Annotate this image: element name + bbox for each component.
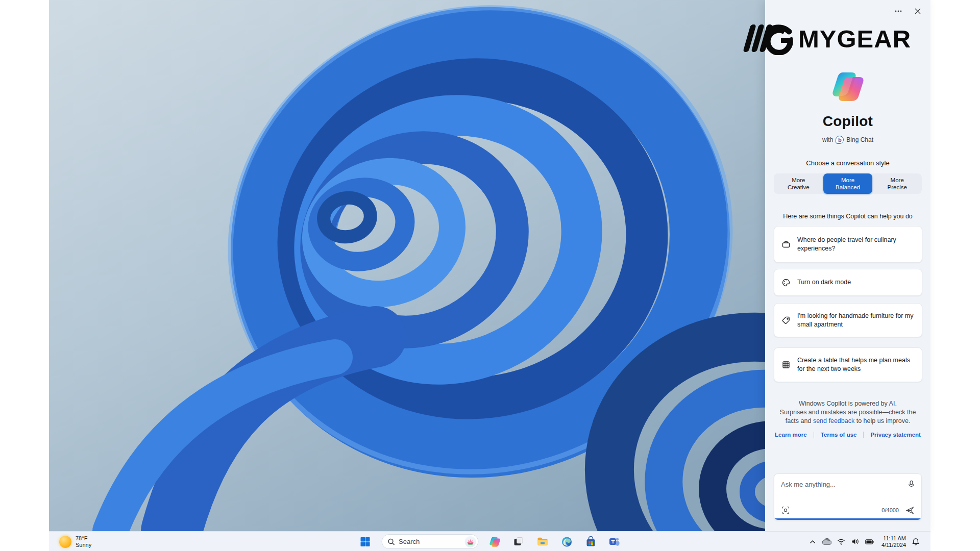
panel-subtitle: with b Bing Chat bbox=[765, 136, 930, 144]
tray-chevron-button[interactable] bbox=[808, 537, 817, 546]
file-explorer-icon bbox=[537, 536, 549, 547]
tag-icon bbox=[781, 316, 791, 325]
copilot-panel: Copilot with b Bing Chat Choose a conver… bbox=[765, 0, 930, 531]
briefcase-icon bbox=[781, 240, 791, 249]
subtitle-prefix: with bbox=[822, 136, 833, 143]
input-toolbar: 0/4000 bbox=[774, 502, 921, 518]
onedrive-button[interactable] bbox=[822, 537, 831, 546]
sun-icon bbox=[59, 536, 71, 548]
privacy-statement-link[interactable]: Privacy statement bbox=[864, 432, 927, 438]
weather-condition: Sunny bbox=[76, 542, 91, 548]
chat-input[interactable] bbox=[781, 479, 898, 489]
onedrive-cloud-icon bbox=[822, 538, 831, 545]
battery-button[interactable] bbox=[865, 537, 874, 546]
weather-temperature: 78°F bbox=[76, 535, 91, 542]
wifi-icon bbox=[837, 539, 845, 545]
suggestions-title: Here are some things Copilot can help yo… bbox=[765, 213, 930, 220]
taskbar-copilot-button[interactable] bbox=[487, 534, 502, 549]
style-more-precise[interactable]: More Precise bbox=[872, 173, 922, 194]
table-icon bbox=[781, 360, 791, 369]
footer-links: Learn more Terms of use Privacy statemen… bbox=[765, 432, 930, 438]
weather-widget[interactable]: 78°F Sunny bbox=[55, 532, 95, 551]
teams-button[interactable] bbox=[607, 534, 622, 549]
bing-badge-icon: b bbox=[836, 136, 844, 144]
screenshot-icon bbox=[781, 506, 790, 514]
clock-time: 11:11 AM bbox=[881, 535, 906, 542]
bell-icon bbox=[912, 538, 919, 545]
style-more-balanced[interactable]: More Balanced bbox=[823, 173, 873, 194]
chevron-up-icon bbox=[810, 540, 816, 544]
volume-icon bbox=[851, 538, 859, 545]
wifi-button[interactable] bbox=[837, 537, 846, 546]
screenshot-button[interactable] bbox=[780, 505, 791, 515]
clock[interactable]: 11:11 AM 4/11/2024 bbox=[881, 535, 906, 548]
notifications-button[interactable] bbox=[911, 537, 920, 546]
terms-of-use-link[interactable]: Terms of use bbox=[814, 432, 864, 438]
character-counter: 0/4000 bbox=[881, 507, 899, 513]
suggestion-text: I'm looking for handmade furniture for m… bbox=[797, 312, 915, 329]
suggestion-text: Create a table that helps me plan meals … bbox=[797, 356, 915, 373]
start-icon bbox=[360, 537, 370, 547]
suggestion-card-furniture[interactable]: I'm looking for handmade furniture for m… bbox=[774, 303, 922, 337]
close-button[interactable] bbox=[911, 6, 924, 16]
more-options-button[interactable] bbox=[892, 6, 905, 16]
subtitle-brand: Bing Chat bbox=[846, 136, 873, 143]
suggestion-text: Where do people travel for culinary expe… bbox=[797, 236, 915, 253]
conversation-style-title: Choose a conversation style bbox=[765, 159, 930, 167]
screen: Copilot with b Bing Chat Choose a conver… bbox=[0, 0, 980, 551]
close-icon bbox=[915, 8, 921, 14]
edge-browser-button[interactable] bbox=[559, 534, 574, 549]
task-view-icon bbox=[513, 536, 524, 547]
taskbar: 78°F Sunny Search bbox=[49, 531, 930, 551]
teams-icon bbox=[609, 536, 621, 547]
suggestion-card-meal-table[interactable]: Create a table that helps me plan meals … bbox=[774, 347, 922, 382]
send-feedback-link[interactable]: send feedback bbox=[813, 417, 854, 424]
palette-icon bbox=[781, 278, 791, 287]
bloom-wallpaper-art bbox=[49, 0, 765, 531]
start-button[interactable] bbox=[357, 534, 373, 549]
more-options-icon bbox=[895, 10, 902, 12]
store-icon bbox=[585, 536, 596, 547]
suggestion-card-dark-mode[interactable]: Turn on dark mode bbox=[774, 269, 922, 296]
chat-input-box: 0/4000 bbox=[774, 473, 922, 520]
system-tray: 11:11 AM 4/11/2024 bbox=[808, 532, 930, 551]
microsoft-store-button[interactable] bbox=[583, 534, 598, 549]
copilot-taskbar-icon bbox=[489, 536, 500, 547]
battery-icon bbox=[865, 539, 874, 544]
taskbar-center: Search bbox=[357, 532, 622, 551]
volume-button[interactable] bbox=[851, 537, 860, 546]
suggestion-text: Turn on dark mode bbox=[797, 278, 851, 287]
task-view-button[interactable] bbox=[511, 534, 526, 549]
ai-disclaimer: Windows Copilot is powered by AI. Surpri… bbox=[765, 399, 930, 425]
style-more-creative[interactable]: More Creative bbox=[774, 173, 823, 194]
search-icon bbox=[387, 538, 395, 545]
microphone-icon bbox=[908, 480, 915, 488]
search-placeholder: Search bbox=[399, 538, 460, 545]
conversation-style-toggle: More Creative More Balanced More Precise bbox=[774, 173, 922, 194]
clock-date: 4/11/2024 bbox=[881, 542, 906, 548]
suggestion-card-travel[interactable]: Where do people travel for culinary expe… bbox=[774, 226, 922, 263]
file-explorer-button[interactable] bbox=[535, 534, 550, 549]
send-button[interactable] bbox=[904, 505, 915, 516]
learn-more-link[interactable]: Learn more bbox=[768, 432, 814, 438]
copilot-logo bbox=[831, 70, 864, 105]
lotus-icon bbox=[464, 536, 476, 547]
panel-title: Copilot bbox=[765, 113, 930, 130]
send-icon bbox=[905, 506, 914, 515]
edge-icon bbox=[561, 536, 572, 547]
desktop-wallpaper bbox=[49, 0, 765, 531]
microphone-button[interactable] bbox=[906, 479, 916, 489]
taskbar-search[interactable]: Search bbox=[381, 534, 478, 549]
